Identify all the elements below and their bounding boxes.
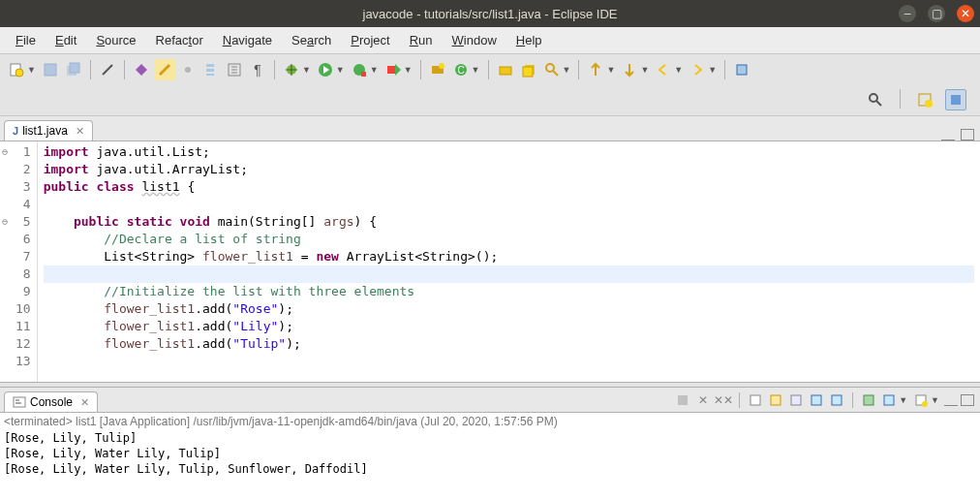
menu-refactor[interactable]: Refactor [148, 29, 211, 51]
svg-rect-25 [500, 67, 511, 75]
menu-run[interactable]: Run [402, 29, 441, 51]
console-launch-header: <terminated> list1 [Java Application] /u… [4, 415, 976, 428]
editor-tab-list1[interactable]: J list1.java ✕ [4, 120, 93, 141]
menu-search[interactable]: Search [284, 29, 339, 51]
code-line[interactable]: List<String> flower_list1 = new ArrayLis… [44, 248, 974, 266]
window-close-button[interactable]: ✕ [957, 5, 974, 22]
prev-annotation-dropdown-icon[interactable]: ▼ [606, 65, 615, 75]
java-perspective-icon[interactable] [945, 89, 966, 110]
new-icon[interactable] [6, 59, 27, 80]
code-area[interactable]: import java.util.List;import java.util.A… [38, 141, 980, 382]
menu-window[interactable]: Window [444, 29, 505, 51]
toggle-mark-icon[interactable] [154, 59, 175, 80]
external-run-dropdown-icon[interactable]: ▼ [404, 65, 413, 75]
word-wrap-button[interactable] [787, 391, 805, 409]
code-line[interactable]: import java.util.List; [44, 143, 974, 161]
code-line[interactable] [44, 196, 974, 213]
view-minimize-icon[interactable] [941, 129, 955, 141]
show-on-out-button[interactable] [808, 391, 825, 409]
debug-dropdown-icon[interactable]: ▼ [302, 65, 311, 75]
show-whitespace-icon[interactable] [224, 59, 245, 80]
remove-launch-button[interactable]: ✕ [694, 391, 712, 409]
window-minimize-button[interactable]: – [899, 5, 916, 22]
next-annotation-dropdown-icon[interactable]: ▼ [640, 65, 649, 75]
pilcrow-icon[interactable]: ¶ [247, 59, 268, 80]
code-line[interactable]: public class list1 { [44, 178, 974, 196]
menu-edit[interactable]: Edit [47, 29, 84, 51]
pin-console-button[interactable] [860, 391, 877, 409]
console-line: [Rose, Lily, Water Lily, Tulip] [4, 446, 976, 461]
perspective-open-icon[interactable] [914, 89, 935, 110]
open-type-icon[interactable] [495, 59, 516, 80]
menu-navigate[interactable]: Navigate [215, 29, 280, 51]
window-maximize-button[interactable]: ▢ [928, 5, 945, 22]
code-editor[interactable]: 12345678910111213 import java.util.List;… [0, 141, 980, 382]
show-on-err-button[interactable] [828, 391, 845, 409]
debug-icon[interactable] [281, 59, 302, 80]
new-class-icon[interactable]: C [450, 59, 472, 80]
line-number: 9 [15, 283, 31, 300]
code-line[interactable]: flower_list1.add("Tulip"); [44, 335, 974, 353]
console-minimize-icon[interactable] [944, 394, 958, 406]
code-line[interactable]: flower_list1.add("Lily"); [44, 318, 974, 335]
code-line[interactable]: flower_list1.add("Rose"); [44, 300, 974, 318]
open-task-icon[interactable] [518, 59, 539, 80]
display-selected-button[interactable] [880, 391, 898, 409]
clear-console-button[interactable] [747, 391, 764, 409]
code-line[interactable]: //Declare a list of string [44, 231, 974, 248]
console-tab[interactable]: Console ✕ [4, 391, 98, 412]
new-dropdown-icon[interactable]: ▼ [27, 65, 36, 75]
forward-dropdown-icon[interactable]: ▼ [708, 65, 717, 75]
run-icon[interactable] [315, 59, 336, 80]
svg-rect-35 [951, 95, 961, 105]
coverage-icon[interactable] [349, 59, 370, 80]
next-annotation-icon[interactable] [619, 59, 640, 80]
search-toolbar-dropdown-icon[interactable]: ▼ [563, 65, 571, 75]
open-console-dropdown-icon[interactable]: ▼ [931, 395, 939, 405]
forward-icon[interactable] [687, 59, 708, 80]
console-output[interactable]: <terminated> list1 [Java Application] /u… [0, 413, 980, 500]
console-maximize-icon[interactable] [961, 394, 974, 406]
line-number: 11 [15, 318, 31, 335]
back-dropdown-icon[interactable]: ▼ [674, 65, 683, 75]
svg-rect-27 [523, 67, 533, 77]
prev-annotation-icon[interactable] [585, 59, 606, 80]
menu-file[interactable]: File [8, 29, 44, 51]
menu-help[interactable]: Help [508, 29, 550, 51]
menu-source[interactable]: Source [88, 29, 143, 51]
step-icon[interactable] [177, 59, 199, 80]
svg-line-29 [553, 71, 558, 76]
svg-rect-2 [45, 64, 56, 76]
external-run-icon[interactable] [383, 59, 404, 80]
editor-tab-close-icon[interactable]: ✕ [76, 125, 84, 138]
wand-icon[interactable] [97, 59, 118, 80]
display-selected-dropdown-icon[interactable]: ▼ [899, 395, 907, 405]
block-select-icon[interactable] [200, 59, 222, 80]
line-number: 12 [15, 335, 31, 353]
console-line: [Rose, Lily, Tulip] [4, 430, 976, 446]
code-line[interactable] [44, 353, 974, 370]
code-line[interactable]: public static void main(String[] args) { [44, 213, 974, 231]
run-dropdown-icon[interactable]: ▼ [336, 65, 345, 75]
menu-project[interactable]: Project [343, 29, 397, 51]
view-maximize-icon[interactable] [961, 129, 974, 141]
console-tab-close-icon[interactable]: ✕ [80, 396, 89, 409]
open-console-button[interactable] [912, 391, 930, 409]
back-icon[interactable] [653, 59, 674, 80]
save-all-icon[interactable] [63, 59, 84, 80]
scroll-lock-button[interactable] [767, 391, 784, 409]
new-package-icon[interactable] [427, 59, 448, 80]
line-number: 3 [15, 178, 31, 196]
new-class-dropdown-icon[interactable]: ▼ [472, 65, 480, 75]
code-line[interactable]: import java.util.ArrayList; [44, 161, 974, 178]
pin-editor-icon[interactable] [731, 59, 752, 80]
terminate-button[interactable] [674, 391, 691, 409]
coverage-dropdown-icon[interactable]: ▼ [370, 65, 379, 75]
toggle-breadcrumb-icon[interactable] [131, 59, 152, 80]
search-toolbar-icon[interactable] [541, 59, 563, 80]
code-line[interactable]: //Initialize the list with three element… [44, 283, 974, 300]
save-icon[interactable] [40, 59, 61, 80]
remove-all-terminated-button[interactable]: ✕✕ [715, 391, 732, 409]
code-line[interactable] [44, 266, 974, 283]
quick-access-search-icon[interactable] [865, 89, 886, 110]
